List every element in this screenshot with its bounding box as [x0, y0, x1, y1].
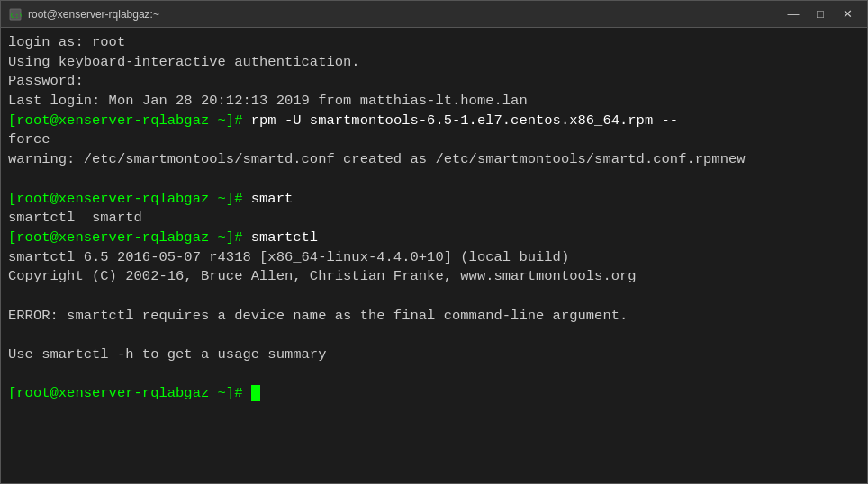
terminal-line: force — [8, 130, 860, 150]
terminal-line: smartctl smartd — [8, 209, 860, 229]
prompt: [root@xenserver-rqlabgaz ~]# — [8, 385, 251, 401]
terminal-line: [root@xenserver-rqlabgaz ~]# rpm -U smar… — [8, 112, 860, 131]
window-title: root@xenserver-rqlabgaz:~ — [28, 8, 159, 21]
terminal-icon: C:\ — [8, 7, 23, 22]
terminal-body[interactable]: login as: root Using keyboard-interactiv… — [1, 28, 867, 483]
terminal-line: Copyright (C) 2002-16, Bruce Allen, Chri… — [8, 267, 860, 287]
title-bar-left: C:\ root@xenserver-rqlabgaz:~ — [8, 7, 159, 22]
terminal-line: Using keyboard-interactive authenticatio… — [8, 53, 860, 73]
minimize-button[interactable]: — — [781, 5, 806, 23]
prompt: [root@xenserver-rqlabgaz ~]# — [8, 191, 251, 207]
terminal-prompt-line: [root@xenserver-rqlabgaz ~]# — [8, 384, 860, 404]
terminal-line: Password: — [8, 72, 860, 92]
terminal-line: Use smartctl -h to get a usage summary — [8, 345, 860, 365]
window-controls: — □ ✕ — [781, 5, 860, 23]
command-text: rpm -U smartmontools-6.5-1.el7.centos.x8… — [251, 112, 678, 129]
command-text: smart — [251, 191, 294, 207]
cursor — [251, 385, 260, 401]
empty-line — [8, 287, 860, 307]
terminal-line: Last login: Mon Jan 28 20:12:13 2019 fro… — [8, 92, 860, 112]
title-bar: C:\ root@xenserver-rqlabgaz:~ — □ ✕ — [1, 1, 867, 28]
terminal-line: ERROR: smartctl requires a device name a… — [8, 307, 860, 327]
terminal-line: [root@xenserver-rqlabgaz ~]# smart — [8, 190, 860, 210]
terminal-line: warning: /etc/smartmontools/smartd.conf … — [8, 150, 860, 170]
svg-text:C:\: C:\ — [11, 11, 22, 19]
command-text: smartctl — [251, 229, 318, 246]
terminal-line: smartctl 6.5 2016-05-07 r4318 [x86_64-li… — [8, 248, 860, 268]
close-button[interactable]: ✕ — [835, 5, 860, 23]
terminal-line: [root@xenserver-rqlabgaz ~]# smartctl — [8, 229, 860, 248]
terminal-window: C:\ root@xenserver-rqlabgaz:~ — □ ✕ logi… — [0, 0, 868, 484]
empty-line — [8, 326, 860, 345]
terminal-line: login as: root — [8, 33, 860, 53]
prompt: [root@xenserver-rqlabgaz ~]# — [8, 112, 251, 129]
empty-line — [8, 170, 860, 190]
prompt: [root@xenserver-rqlabgaz ~]# — [8, 229, 251, 246]
maximize-button[interactable]: □ — [808, 5, 833, 23]
empty-line — [8, 365, 860, 385]
